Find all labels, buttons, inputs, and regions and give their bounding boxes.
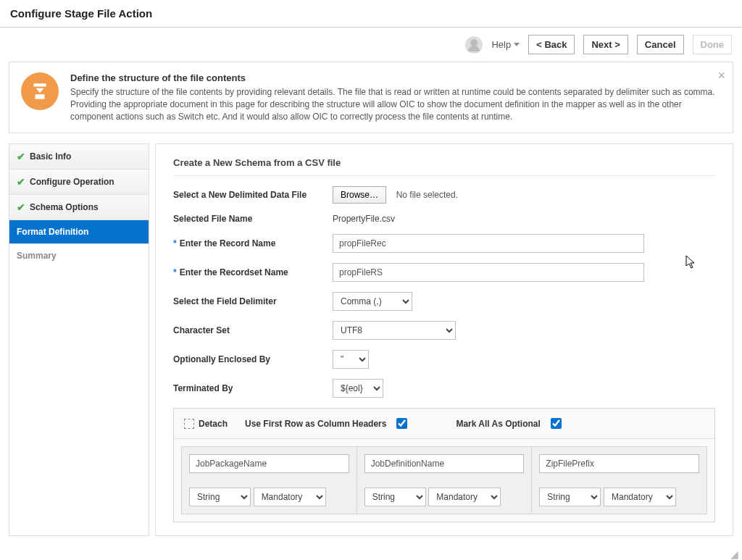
delimiter-select[interactable]: Comma (,) bbox=[333, 292, 412, 311]
column-name-input[interactable] bbox=[364, 454, 525, 473]
column-mandatory-select[interactable]: Mandatory bbox=[254, 488, 326, 506]
column-type-select[interactable]: String bbox=[539, 488, 601, 506]
no-file-selected-text: No file selected. bbox=[396, 190, 458, 200]
sidebar-item-format-definition[interactable]: Format Definition bbox=[9, 220, 149, 244]
recordset-name-label: *Enter the Recordset Name bbox=[173, 267, 333, 277]
select-file-label: Select a New Delimited Data File bbox=[173, 190, 333, 200]
detach-button[interactable]: Detach bbox=[184, 419, 228, 429]
terminated-select[interactable]: ${eol} bbox=[333, 379, 383, 398]
delimiter-label: Select the Field Delimiter bbox=[173, 296, 333, 306]
info-panel: Define the structure of the file content… bbox=[9, 62, 733, 133]
mark-all-optional-checkbox[interactable] bbox=[551, 418, 562, 429]
close-icon[interactable]: × bbox=[717, 68, 725, 83]
sidebar-item-summary[interactable]: Summary bbox=[9, 244, 149, 267]
back-button[interactable]: < Back bbox=[528, 35, 575, 54]
column-name-input[interactable] bbox=[189, 454, 349, 473]
grid-column: String Mandatory bbox=[357, 446, 533, 514]
sidebar-item-label: Configure Operation bbox=[30, 177, 114, 187]
window-title: Configure Stage File Action bbox=[0, 0, 742, 28]
check-icon: ✔ bbox=[17, 201, 25, 213]
browse-button[interactable]: Browse… bbox=[333, 186, 386, 204]
charset-label: Character Set bbox=[173, 325, 333, 335]
record-name-label-text: Enter the Record Name bbox=[180, 238, 276, 248]
help-menu[interactable]: Help bbox=[491, 39, 520, 50]
recordset-name-label-text: Enter the Recordset Name bbox=[180, 267, 288, 277]
use-first-row-label: Use First Row as Column Headers bbox=[245, 419, 386, 429]
sidebar-item-label: Format Definition bbox=[17, 227, 88, 237]
done-button: Done bbox=[693, 35, 733, 54]
columns-grid: Detach Use First Row as Column Headers M… bbox=[173, 408, 715, 522]
column-mandatory-select[interactable]: Mandatory bbox=[604, 488, 676, 506]
sidebar-item-configure-operation[interactable]: ✔ Configure Operation bbox=[9, 170, 149, 195]
column-mandatory-select[interactable]: Mandatory bbox=[428, 488, 501, 506]
terminated-label: Terminated By bbox=[173, 383, 333, 393]
detach-icon bbox=[184, 419, 194, 429]
column-type-select[interactable]: String bbox=[189, 488, 251, 506]
check-icon: ✔ bbox=[17, 151, 25, 162]
record-name-label: *Enter the Record Name bbox=[173, 238, 333, 248]
record-name-input[interactable] bbox=[333, 234, 644, 253]
sidebar-item-schema-options[interactable]: ✔ Schema Options bbox=[9, 195, 149, 220]
sidebar-item-label: Basic Info bbox=[30, 151, 71, 162]
selected-file-label: Selected File Name bbox=[173, 214, 333, 224]
cancel-button[interactable]: Cancel bbox=[637, 35, 684, 54]
wizard-sidebar: ✔ Basic Info ✔ Configure Operation ✔ Sch… bbox=[9, 143, 149, 536]
sidebar-item-basic-info[interactable]: ✔ Basic Info bbox=[9, 144, 149, 170]
top-toolbar: Help < Back Next > Cancel Done bbox=[0, 28, 742, 62]
detach-label: Detach bbox=[199, 419, 228, 429]
sidebar-item-label: Summary bbox=[17, 251, 57, 261]
use-first-row-checkbox[interactable] bbox=[396, 418, 407, 429]
info-heading: Define the structure of the file content… bbox=[70, 72, 721, 83]
grid-toolbar: Detach Use First Row as Column Headers M… bbox=[174, 409, 714, 439]
check-icon: ✔ bbox=[17, 176, 25, 188]
document-structure-icon bbox=[21, 72, 59, 110]
column-name-input[interactable] bbox=[539, 454, 699, 473]
recordset-name-input[interactable] bbox=[333, 263, 644, 282]
grid-column: String Mandatory bbox=[181, 446, 357, 514]
user-avatar-icon bbox=[465, 36, 483, 54]
next-button[interactable]: Next > bbox=[583, 35, 628, 54]
charset-select[interactable]: UTF8 bbox=[333, 321, 456, 340]
section-title: Create a New Schema from a CSV file bbox=[173, 157, 715, 176]
chevron-down-icon bbox=[514, 43, 520, 46]
selected-file-value: PropertyFile.csv bbox=[333, 214, 715, 224]
enclosed-select[interactable]: " bbox=[333, 350, 369, 369]
help-label: Help bbox=[491, 39, 511, 50]
column-type-select[interactable]: String bbox=[364, 488, 426, 506]
enclosed-label: Optionally Enclosed By bbox=[173, 354, 333, 364]
main-content: Create a New Schema from a CSV file Sele… bbox=[155, 143, 733, 536]
sidebar-item-label: Schema Options bbox=[30, 202, 99, 212]
info-body: Specify the structure of the file conten… bbox=[70, 86, 721, 122]
resize-handle-icon[interactable]: ◢ bbox=[730, 548, 741, 559]
mark-all-optional-label: Mark All As Optional bbox=[456, 419, 540, 429]
grid-column: String Mandatory bbox=[532, 446, 707, 514]
